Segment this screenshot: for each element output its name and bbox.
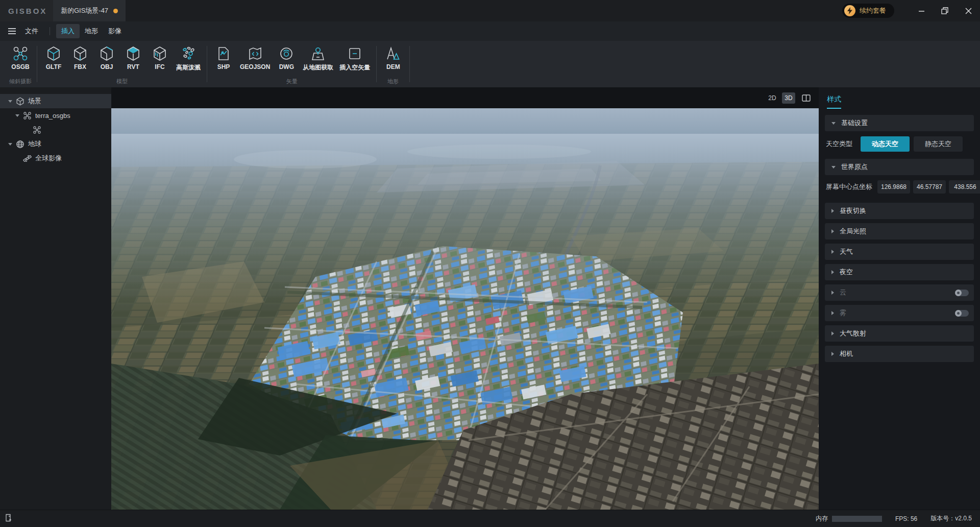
section-header-fog[interactable]: 雾	[825, 305, 974, 321]
tab-style[interactable]: 样式	[827, 95, 841, 109]
logo-area: GISBOX	[0, 0, 53, 21]
caret-right-icon	[831, 291, 834, 295]
ribbon-group-vector: SHP GEOJSON	[210, 44, 373, 87]
coord-z-value[interactable]: 438.556	[949, 180, 980, 194]
memory-indicator: 内存	[816, 514, 882, 523]
menu-item-file[interactable]: 文件	[20, 24, 43, 38]
ribbon-item-label: SHP	[217, 63, 230, 70]
coord-y-value[interactable]: 46.57787	[913, 180, 946, 194]
section-header-basic-settings[interactable]: 基础设置	[825, 115, 974, 131]
menubar: 文件 插入 地形 影像	[0, 21, 980, 41]
fetch-from-map-icon	[310, 44, 326, 63]
ribbon-item-fetch-from-map[interactable]: 从地图获取	[300, 44, 336, 75]
hamburger-icon[interactable]	[8, 28, 16, 34]
empty-vector-icon	[347, 44, 363, 63]
section-header-cloud[interactable]: 云	[825, 284, 974, 301]
ribbon-group-model: GLTF FBX	[40, 44, 204, 87]
ribbon-item-gaussian-splat[interactable]: 高斯泼溅	[173, 44, 204, 75]
ribbon-separator	[37, 46, 37, 82]
menu-item-terrain[interactable]: 地形	[80, 24, 103, 38]
ribbon-item-label: DWG	[279, 63, 294, 70]
ribbon-item-fbx[interactable]: FBX	[67, 44, 93, 75]
caret-right-icon	[831, 250, 834, 254]
viewport-canvas[interactable]	[111, 108, 819, 510]
section-header-world-origin[interactable]: 世界原点	[825, 159, 974, 175]
static-sky-button[interactable]: 静态天空	[914, 136, 963, 152]
ribbon-item-geojson[interactable]: GEOJSON	[237, 44, 273, 75]
section-header-atmosphere[interactable]: 大气散射	[825, 325, 974, 342]
statusbar: 内存 FPS: 56 版本号：v2.0.5	[0, 510, 980, 527]
caret-down-icon[interactable]	[8, 100, 12, 103]
dwg-icon	[278, 44, 295, 63]
tree-node-earth[interactable]: 地球	[0, 137, 111, 151]
ribbon-item-rvt[interactable]: RVT	[120, 44, 146, 75]
caret-down-icon[interactable]	[8, 143, 12, 146]
section-header-weather[interactable]: 天气	[825, 244, 974, 260]
ifc-cube-icon	[152, 44, 168, 63]
fps-indicator: FPS: 56	[895, 515, 917, 522]
viewport-toolbar: 2D 3D	[111, 87, 819, 108]
caret-right-icon	[831, 311, 834, 315]
section-header-day-night[interactable]: 昼夜切换	[825, 203, 974, 219]
ribbon-item-ifc[interactable]: IFC	[146, 44, 173, 75]
screen-center-coords-label: 屏幕中心点坐标	[826, 182, 872, 191]
ribbon-item-label: GLTF	[46, 63, 61, 70]
section-header-night-sky[interactable]: 夜空	[825, 264, 974, 280]
section-title: 昼夜切换	[840, 206, 866, 215]
caret-right-icon	[831, 229, 834, 233]
section-title: 夜空	[840, 268, 853, 277]
caret-right-icon	[831, 209, 834, 213]
dynamic-sky-button[interactable]: 动态天空	[861, 136, 910, 152]
ribbon-item-shp[interactable]: SHP	[210, 44, 237, 75]
ribbon-item-osgb[interactable]: OSGB	[7, 44, 34, 75]
section-title: 世界原点	[841, 162, 868, 172]
caret-right-icon	[831, 270, 834, 274]
view-mode-3d-button[interactable]: 3D	[782, 92, 795, 104]
restore-button[interactable]	[933, 0, 957, 21]
ribbon-item-dem[interactable]: DEM	[380, 44, 406, 75]
renew-plan-button[interactable]: 续约套餐	[842, 4, 894, 18]
style-panel: 样式 基础设置 天空类型 动态天空 静态天空 世界原点	[819, 87, 980, 510]
view-mode-2d-button[interactable]: 2D	[766, 92, 779, 104]
caret-down-icon[interactable]	[15, 114, 19, 117]
tree-node-terra-osgbs[interactable]: terra_osgbs	[0, 108, 111, 123]
section-title: 基础设置	[841, 118, 868, 128]
ribbon-item-empty-vector[interactable]: 插入空矢量	[336, 44, 373, 75]
scene-tab[interactable]: 新的GIS场景-47	[53, 0, 126, 21]
menu-item-imagery[interactable]: 影像	[103, 24, 127, 38]
tree-node-tile[interactable]	[0, 123, 111, 137]
gltf-cube-icon	[45, 44, 62, 63]
tree-node-scene[interactable]: 场景	[0, 94, 111, 108]
fog-toggle[interactable]	[955, 310, 969, 317]
section-title: 天气	[840, 247, 853, 256]
section-header-camera[interactable]: 相机	[825, 346, 974, 362]
drone-icon	[12, 44, 29, 63]
rvt-cube-icon	[125, 44, 141, 63]
coord-x-value[interactable]: 126.9868	[877, 180, 910, 194]
satellite-icon	[23, 154, 32, 163]
ribbon-item-label: 从地图获取	[303, 63, 333, 72]
cloud-toggle[interactable]	[955, 290, 969, 296]
section-title: 雾	[840, 308, 846, 318]
section-header-global-light[interactable]: 全局光照	[825, 223, 974, 239]
tree-node-global-imagery[interactable]: 全球影像	[0, 151, 111, 165]
ribbon-item-label: IFC	[155, 63, 164, 70]
minimize-button[interactable]	[910, 0, 933, 21]
ribbon-group-label: 模型	[40, 75, 204, 87]
version-label: 版本号：v2.0.5	[930, 514, 972, 523]
ribbon-item-obj[interactable]: OBJ	[93, 44, 120, 75]
obj-cube-icon	[99, 44, 115, 63]
menu-item-insert[interactable]: 插入	[56, 24, 80, 38]
close-button[interactable]	[957, 0, 980, 21]
panel-toggle-icon[interactable]	[4, 513, 13, 524]
tree-node-label: 场景	[28, 97, 41, 106]
shapefile-icon	[215, 44, 232, 63]
ribbon-item-gltf[interactable]: GLTF	[40, 44, 67, 75]
split-view-icon[interactable]	[798, 92, 814, 104]
ribbon-group-label: 矢量	[210, 75, 373, 87]
viewport-area: 2D 3D	[111, 87, 819, 510]
ribbon-item-dwg[interactable]: DWG	[273, 44, 300, 75]
geojson-map-icon	[247, 44, 263, 63]
section-title: 大气散射	[840, 329, 866, 338]
tree-node-label: 地球	[28, 139, 41, 149]
